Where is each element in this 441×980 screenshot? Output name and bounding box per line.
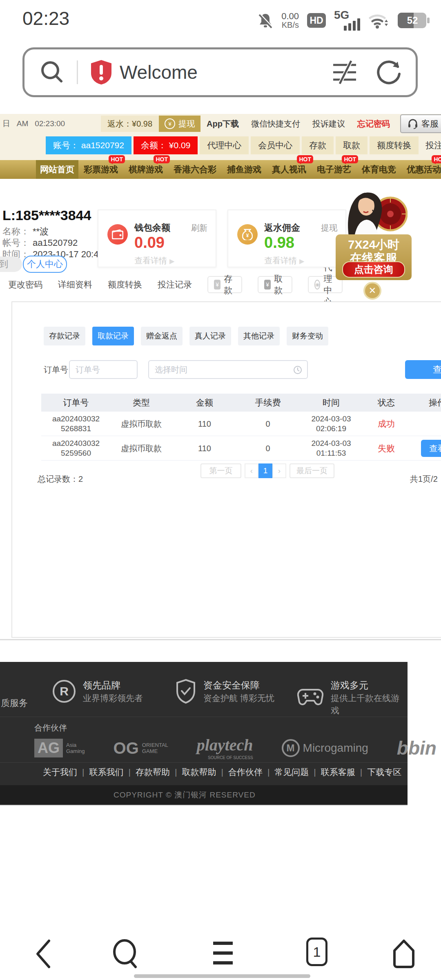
wallet-icon	[107, 224, 128, 245]
site-datetime: 日 AM 02:23:00	[2, 118, 65, 129]
table-row: aa2024030325259560 虚拟币取款 110 0 2024-03-0…	[41, 436, 441, 461]
record-tabs: 存款记录 取款记录 赠金返点 真人记录 其他记录 财务变动	[44, 327, 328, 345]
footer-link-withdraw-help[interactable]: 取款帮助	[170, 766, 216, 778]
change-password-link[interactable]: 更改密码	[8, 279, 42, 290]
transfer-button[interactable]: 额度转换	[370, 136, 419, 154]
nav-slots[interactable]: 电子游艺HOT	[312, 160, 356, 179]
last-page-button[interactable]: 最后一页	[290, 463, 334, 478]
chevron-right-icon: ▶	[169, 258, 174, 265]
deposit-quick-button[interactable]: ¥ 存款	[207, 276, 242, 293]
checkin-button[interactable]: 签到	[0, 256, 22, 272]
wechat-pay-link[interactable]: 微信快捷支付	[251, 118, 300, 129]
footer-link-faq[interactable]: 常见问题	[263, 766, 309, 778]
quota-transfer-link[interactable]: 额度转换	[108, 279, 142, 290]
view-detail-link[interactable]: 查看详情▶	[264, 255, 304, 266]
first-page-button[interactable]: 第一页	[200, 463, 241, 478]
rebate-value: 0.98	[264, 234, 294, 252]
footer-link-download[interactable]: 下载专区	[355, 766, 401, 778]
app-download-link[interactable]: App下载	[207, 118, 239, 129]
tab-live-records[interactable]: 真人记录	[189, 327, 231, 345]
time-range-input[interactable]	[148, 360, 308, 379]
status-bar: 02:23 0.00 KB/s HD 5G 52	[0, 0, 441, 41]
tabs-button[interactable]: 1	[306, 938, 327, 966]
bet-records-link[interactable]: 投注记录	[425, 140, 441, 151]
svg-text:¥: ¥	[246, 233, 249, 238]
search-icon[interactable]	[39, 59, 65, 85]
logo-asia-gaming: AG AsiaGaming	[34, 739, 85, 757]
tab-withdraw-records[interactable]: 取款记录	[92, 327, 134, 345]
table-header-row: 订单号 类型 金额 手续费 时间 状态 操作	[41, 394, 441, 412]
logo-playtech: playtechSOURCE OF SUCCESS	[197, 735, 253, 761]
personal-center-button[interactable]: 个人中心	[23, 256, 67, 273]
prev-page-button[interactable]: ‹	[245, 463, 258, 478]
current-page[interactable]: 1	[258, 463, 272, 478]
wallet-rebate-card: ¥ 返水佣金 提现 0.98 查看详情▶	[227, 209, 346, 267]
feature-brand: R 领先品牌业界博彩领先者	[53, 678, 143, 704]
search-icon[interactable]	[111, 938, 141, 969]
nav-sports[interactable]: 体育电竞	[356, 160, 401, 179]
table-row: aa2024030325268831 虚拟币取款 110 0 2024-03-0…	[41, 412, 441, 436]
menu-icon[interactable]	[212, 941, 234, 966]
withdraw-quick-button[interactable]: ¥ 提现	[159, 116, 200, 132]
view-button[interactable]: 查看	[421, 440, 441, 457]
view-detail-link[interactable]: 查看详情▶	[134, 255, 174, 266]
status-badge: 失败	[364, 443, 409, 453]
footer-link-service[interactable]: 联系客服	[309, 766, 355, 778]
account-bar: 账号： aa1520792 余额： ¥0.09 代理中心 会员中心 存款 取款 …	[46, 134, 441, 157]
tab-deposit-records[interactable]: 存款记录	[44, 327, 85, 345]
gesture-bar[interactable]	[134, 974, 310, 978]
wifi-icon	[368, 11, 390, 29]
member-center-button[interactable]: 会员中心	[251, 136, 300, 154]
refresh-balance-link[interactable]: 刷新	[191, 223, 207, 234]
browser-address-bar[interactable]: Welcome	[22, 47, 418, 97]
consult-now-button[interactable]: 点击咨询	[342, 261, 405, 278]
profile-detail-link[interactable]: 详细资料	[58, 279, 92, 290]
nav-live-casino[interactable]: 真人视讯HOT	[267, 160, 312, 179]
complaint-link[interactable]: 投诉建议	[312, 118, 345, 129]
withdraw-button[interactable]: 取款	[336, 136, 368, 154]
nav-home[interactable]: 网站首页	[36, 160, 78, 179]
bet-record-link[interactable]: 投注记录	[158, 279, 192, 290]
search-button[interactable]: 查询	[405, 360, 441, 379]
footer-link-partners[interactable]: 合作伙伴	[216, 766, 262, 778]
registered-icon: R	[53, 680, 76, 703]
feature-games: 游戏多元提供上千款在线游戏	[297, 678, 408, 717]
account-number-badge: 账号： aa1520792	[46, 136, 131, 154]
total-records-text: 总记录数：2	[38, 474, 83, 485]
page-title[interactable]: Welcome	[120, 61, 198, 83]
col-type: 类型	[111, 397, 172, 408]
tune-icon[interactable]	[331, 59, 359, 85]
nav-board-games[interactable]: 棋牌游戏HOT	[123, 160, 168, 179]
copyright-bar: COPYRIGHT © 澳门银河 RESERVED	[0, 785, 408, 805]
nav-fishing[interactable]: 捕鱼游戏	[222, 160, 267, 179]
footer-link-contact[interactable]: 联系我们	[77, 766, 123, 778]
tab-other-records[interactable]: 其他记录	[238, 327, 280, 345]
order-no-input[interactable]	[69, 360, 138, 379]
main-nav: 网站首页 彩票游戏HOT 棋牌游戏HOT 香港六合彩 捕鱼游戏 真人视讯HOT …	[0, 160, 441, 179]
footer-link-deposit-help[interactable]: 存款帮助	[123, 766, 169, 778]
nav-lottery[interactable]: 彩票游戏HOT	[78, 160, 123, 179]
agent-center-button[interactable]: 代理中心	[200, 136, 249, 154]
close-icon[interactable]: ✕	[363, 282, 381, 300]
deposit-button[interactable]: 存款	[302, 136, 334, 154]
back-icon[interactable]	[34, 938, 52, 969]
withdraw-quick-button[interactable]: ¥ 取款	[258, 276, 292, 293]
col-time: 时间	[298, 397, 364, 408]
nav-hk-lottery[interactable]: 香港六合彩	[168, 160, 222, 179]
tab-bonus-rebate[interactable]: 赠金返点	[141, 327, 183, 345]
nav-promotions[interactable]: 优惠活动HOT	[401, 160, 441, 179]
footer-link-about[interactable]: 关于我们	[43, 766, 77, 778]
hot-badge: HOT	[342, 155, 358, 163]
forgot-password-link[interactable]: 忘记密码	[357, 118, 390, 129]
col-status: 状态	[364, 397, 409, 408]
customer-service-widget: 7X24小时 在线客服 点击咨询 ✕	[335, 184, 413, 302]
logo-microgaming: M Microgaming	[282, 739, 368, 757]
refresh-icon[interactable]	[376, 59, 402, 85]
customer-service-button[interactable]: 客服	[400, 114, 441, 133]
home-icon[interactable]	[391, 938, 416, 969]
clock-time: 02:23	[22, 7, 69, 29]
next-page-button[interactable]: ›	[272, 463, 286, 478]
tab-finance-changes[interactable]: 财务变动	[287, 327, 328, 345]
rebate-amount: 返水：¥0.98	[101, 116, 159, 132]
security-warning-icon[interactable]	[89, 59, 113, 85]
